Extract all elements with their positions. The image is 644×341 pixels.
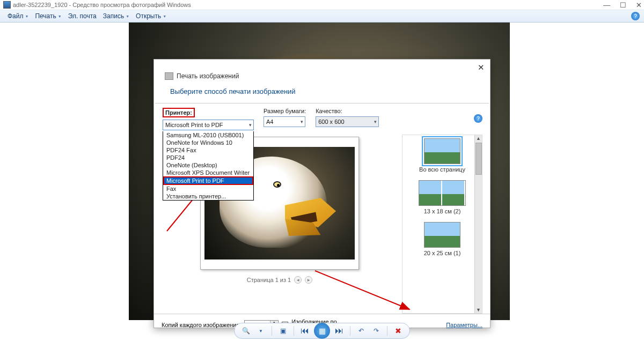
layout-thumb <box>419 180 466 206</box>
printer-option[interactable]: Fax <box>163 185 253 192</box>
chevron-down-icon: ▾ <box>249 122 252 128</box>
dialog-head-text: Печать изображений <box>177 72 239 80</box>
rotate-right-icon[interactable]: ↷ <box>370 325 382 337</box>
pager-text: Страница 1 из 1 <box>247 277 291 283</box>
layouts-panel: Во всю страницу 13 x 18 см (2) 20 x 25 с… <box>402 135 482 314</box>
help-icon[interactable]: ? <box>631 12 640 20</box>
title-bar: adler-3522239_1920 - Средство просмотра … <box>0 0 644 10</box>
printer-option-selected[interactable]: Microsoft Print to PDF <box>163 176 253 185</box>
fit-icon[interactable]: ▣ <box>277 325 289 337</box>
layout-item[interactable]: Во всю страницу <box>406 138 479 173</box>
slideshow-button[interactable]: ▦ <box>314 323 330 339</box>
pager-prev-button[interactable]: ◄ <box>294 276 302 284</box>
window-title: adler-3522239_1920 - Средство просмотра … <box>13 2 191 8</box>
scroll-up-icon[interactable]: ▲ <box>476 136 481 141</box>
selector-row: Принтер: Microsoft Print to PDF ▾ Размер… <box>154 103 490 131</box>
paper-combo-value: A4 <box>266 118 273 125</box>
printer-icon <box>165 72 173 80</box>
menu-print[interactable]: Печать▼ <box>32 12 64 20</box>
pager-next-button[interactable]: ► <box>305 276 312 284</box>
viewer-toolbar: 🔍 ▼ ▣ ⏮ ▦ ⏭ ↶ ↷ ✖ <box>234 323 410 339</box>
chevron-down-icon: ▾ <box>374 119 377 124</box>
viewer-area: ✕ Печать изображений Выберите способ печ… <box>0 23 644 321</box>
app-icon <box>3 1 11 9</box>
layout-item[interactable]: 20 x 25 см (1) <box>406 222 479 256</box>
next-image-button[interactable]: ⏭ <box>333 325 345 337</box>
printer-option[interactable]: Microsoft XPS Document Writer <box>163 169 253 176</box>
help-icon[interactable]: ? <box>474 114 482 123</box>
zoom-dropdown-icon[interactable]: ▼ <box>255 325 267 337</box>
scrollbar[interactable]: ▲ ▼ <box>474 135 482 313</box>
zoom-icon[interactable]: 🔍 <box>240 325 252 337</box>
dialog-header: Печать изображений <box>154 60 490 84</box>
layout-thumb <box>424 222 460 248</box>
printer-combo[interactable]: Microsoft Print to PDF ▾ <box>163 120 254 130</box>
layout-label: 20 x 25 см (1) <box>406 250 479 256</box>
printer-option[interactable]: PDF24 Fax <box>163 146 253 154</box>
printer-label: Принтер: <box>163 108 195 117</box>
close-button[interactable]: ✕ <box>636 1 642 9</box>
scroll-thumb[interactable] <box>475 143 482 175</box>
bottom-toolbar-wrap: 🔍 ▼ ▣ ⏮ ▦ ⏭ ↶ ↷ ✖ <box>0 323 644 339</box>
menu-file[interactable]: Файл▼ <box>4 12 32 20</box>
menu-email[interactable]: Эл. почта <box>65 12 100 20</box>
printer-option[interactable]: Установить принтер... <box>163 192 253 200</box>
dialog-title: Выберите способ печати изображений <box>154 84 490 103</box>
menu-bar: Файл▼ Печать▼ Эл. почта Запись▼ Открыть▼… <box>0 10 644 23</box>
print-dialog: ✕ Печать изображений Выберите способ печ… <box>153 59 491 328</box>
menu-burn[interactable]: Запись▼ <box>100 12 133 20</box>
menu-open[interactable]: Открыть▼ <box>133 12 170 20</box>
layout-label: Во всю страницу <box>406 166 479 173</box>
printer-option[interactable]: OneNote (Desktop) <box>163 161 253 169</box>
scroll-down-icon[interactable]: ▼ <box>476 307 481 313</box>
paper-combo[interactable]: A4 ▾ <box>264 116 305 127</box>
rotate-left-icon[interactable]: ↶ <box>355 325 367 337</box>
quality-combo[interactable]: 600 x 600 ▾ <box>316 116 379 127</box>
printer-option[interactable]: PDF24 <box>163 154 253 161</box>
quality-label: Качество: <box>316 108 379 114</box>
delete-icon[interactable]: ✖ <box>392 325 404 337</box>
layout-item[interactable]: 13 x 18 см (2) <box>406 180 479 214</box>
chevron-down-icon: ▾ <box>301 119 303 124</box>
layout-thumb <box>424 138 460 164</box>
maximize-button[interactable]: ☐ <box>620 1 626 9</box>
pager: Страница 1 из 1 ◄ ► <box>247 276 312 284</box>
minimize-button[interactable]: — <box>603 1 610 9</box>
window-controls: — ☐ ✕ <box>603 1 642 9</box>
printer-option[interactable]: OneNote for Windows 10 <box>163 139 253 146</box>
printer-dropdown: Samsung ML-2010 (USB001) OneNote for Win… <box>163 131 254 201</box>
layout-label: 13 x 18 см (2) <box>406 208 479 214</box>
prev-image-button[interactable]: ⏮ <box>299 325 311 337</box>
printer-option[interactable]: Samsung ML-2010 (USB001) <box>163 131 253 139</box>
paper-label: Размер бумаги: <box>264 108 306 114</box>
dialog-close-icon[interactable]: ✕ <box>478 63 485 72</box>
printer-combo-value: Microsoft Print to PDF <box>165 122 223 128</box>
quality-combo-value: 600 x 600 <box>318 118 344 125</box>
